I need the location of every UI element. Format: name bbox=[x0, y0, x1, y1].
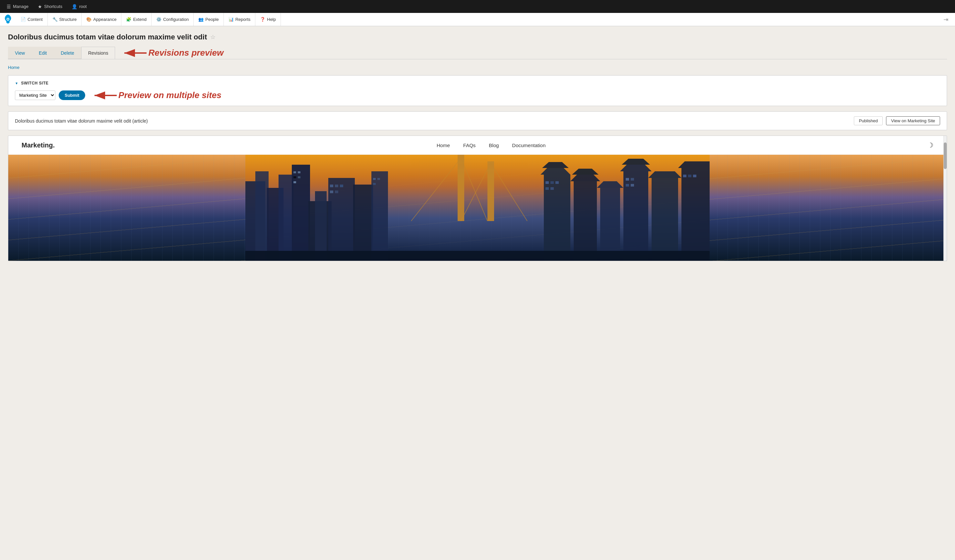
nav-content-label: Content bbox=[28, 17, 43, 22]
switch-site-header: ▼ Switch Site bbox=[15, 81, 940, 86]
tab-edit[interactable]: Edit bbox=[32, 47, 54, 59]
nav-help-label: Help bbox=[267, 17, 276, 22]
content-icon: 📄 bbox=[20, 17, 26, 22]
revisions-arrow-icon bbox=[122, 48, 148, 58]
svg-rect-62 bbox=[688, 175, 691, 177]
shortcuts-menu-item[interactable]: ★ Shortcuts bbox=[34, 0, 66, 13]
user-label: root bbox=[79, 4, 86, 9]
nav-extend-label: Extend bbox=[133, 17, 146, 22]
svg-rect-52 bbox=[545, 181, 549, 184]
svg-rect-48 bbox=[335, 190, 338, 193]
drupal-logo[interactable] bbox=[3, 14, 13, 25]
nav-collapse-button[interactable]: ⇥ bbox=[939, 16, 952, 23]
breadcrumb: Home bbox=[8, 65, 947, 70]
tab-bar: View Edit Delete Revisions bbox=[8, 47, 115, 59]
tab-view[interactable]: View bbox=[8, 47, 32, 59]
svg-rect-16 bbox=[293, 181, 296, 183]
nav-reports[interactable]: 📊 Reports bbox=[224, 13, 256, 26]
nav-appearance[interactable]: 🎨 Appearance bbox=[81, 13, 121, 26]
nav-people-label: People bbox=[205, 17, 219, 22]
preview-nav-blog[interactable]: Blog bbox=[489, 142, 499, 148]
svg-rect-47 bbox=[330, 190, 333, 193]
svg-rect-8 bbox=[255, 171, 269, 261]
svg-rect-49 bbox=[373, 178, 376, 180]
extend-icon: 🧩 bbox=[126, 17, 131, 22]
svg-rect-54 bbox=[556, 181, 559, 184]
svg-rect-22 bbox=[458, 155, 464, 221]
nav-configuration[interactable]: ⚙️ Configuration bbox=[152, 13, 194, 26]
nav-configuration-label: Configuration bbox=[163, 17, 189, 22]
svg-rect-13 bbox=[298, 171, 301, 173]
manage-menu-item[interactable]: ☰ Manage bbox=[3, 0, 33, 13]
preview-nav: Marketing. Home FAQs Blog Documentation … bbox=[8, 136, 947, 155]
nav-people[interactable]: 👥 People bbox=[194, 13, 224, 26]
switch-site-controls-row: Marketing Site Submit Preview on multipl… bbox=[15, 90, 940, 100]
appearance-icon: 🎨 bbox=[86, 17, 92, 22]
svg-rect-11 bbox=[292, 165, 310, 261]
svg-rect-50 bbox=[377, 178, 380, 180]
svg-rect-20 bbox=[353, 184, 373, 261]
user-icon: 👤 bbox=[72, 4, 77, 9]
svg-rect-58 bbox=[631, 178, 634, 181]
svg-rect-43 bbox=[246, 251, 709, 261]
page-title-row: Doloribus ducimus totam vitae dolorum ma… bbox=[8, 33, 947, 41]
preview-nav-home[interactable]: Home bbox=[437, 142, 450, 148]
preview-frame: Marketing. Home FAQs Blog Documentation … bbox=[8, 136, 947, 261]
svg-rect-19 bbox=[328, 178, 355, 261]
preview-nav-links: Home FAQs Blog Documentation bbox=[437, 142, 545, 148]
svg-rect-45 bbox=[335, 184, 338, 187]
switch-site-label: Switch Site bbox=[21, 81, 49, 86]
help-icon: ❓ bbox=[260, 17, 265, 22]
sites-annotation: Preview on multiple sites bbox=[92, 90, 221, 100]
page-content: Doloribus ducimus totam vitae dolorum ma… bbox=[0, 26, 955, 560]
svg-rect-18 bbox=[315, 191, 327, 261]
scrollbar-thumb[interactable] bbox=[944, 142, 947, 169]
nav-help[interactable]: ❓ Help bbox=[255, 13, 281, 26]
tab-revisions[interactable]: Revisions bbox=[81, 47, 115, 59]
svg-rect-46 bbox=[340, 184, 343, 187]
svg-rect-10 bbox=[279, 175, 293, 261]
manage-label: Manage bbox=[13, 4, 28, 9]
main-nav: 📄 Content 🔧 Structure 🎨 Appearance 🧩 Ext… bbox=[0, 13, 955, 26]
sites-annotation-text: Preview on multiple sites bbox=[118, 90, 221, 100]
sites-arrow-icon bbox=[92, 90, 118, 100]
switch-site-controls: Marketing Site Submit bbox=[15, 90, 85, 100]
collapse-icon[interactable]: ▼ bbox=[15, 81, 18, 85]
svg-rect-44 bbox=[330, 184, 333, 187]
preview-nav-documentation[interactable]: Documentation bbox=[512, 142, 545, 148]
svg-point-1 bbox=[7, 18, 9, 20]
preview-site-logo: Marketing. bbox=[22, 142, 55, 149]
user-menu-item[interactable]: 👤 root bbox=[67, 0, 91, 13]
admin-toolbar: ☰ Manage ★ Shortcuts 👤 root bbox=[0, 0, 955, 13]
hamburger-icon: ☰ bbox=[7, 4, 11, 9]
structure-icon: 🔧 bbox=[52, 17, 58, 22]
site-select[interactable]: Marketing Site bbox=[15, 90, 55, 100]
svg-rect-34 bbox=[600, 188, 620, 261]
svg-rect-15 bbox=[298, 176, 301, 178]
nav-items: 📄 Content 🔧 Structure 🎨 Appearance 🧩 Ext… bbox=[16, 13, 939, 26]
breadcrumb-home-link[interactable]: Home bbox=[8, 65, 20, 70]
nav-appearance-label: Appearance bbox=[93, 17, 116, 22]
nav-content[interactable]: 📄 Content bbox=[16, 13, 48, 26]
buildings-svg bbox=[8, 155, 947, 261]
nav-structure[interactable]: 🔧 Structure bbox=[48, 13, 82, 26]
preview-scrollbar[interactable] bbox=[943, 136, 947, 261]
svg-rect-57 bbox=[626, 178, 629, 181]
preview-nav-faqs[interactable]: FAQs bbox=[463, 142, 476, 148]
shortcuts-label: Shortcuts bbox=[44, 4, 62, 9]
svg-rect-55 bbox=[545, 187, 549, 190]
dark-mode-icon[interactable]: ☽ bbox=[927, 141, 933, 149]
svg-rect-31 bbox=[574, 181, 597, 261]
tab-delete[interactable]: Delete bbox=[54, 47, 81, 59]
bookmark-icon[interactable]: ☆ bbox=[210, 33, 216, 41]
nav-structure-label: Structure bbox=[59, 17, 77, 22]
svg-rect-61 bbox=[683, 175, 686, 177]
svg-rect-39 bbox=[651, 178, 678, 261]
star-icon: ★ bbox=[38, 4, 42, 9]
view-on-marketing-site-button[interactable]: View on Marketing Site bbox=[886, 116, 940, 125]
switch-site-box: ▼ Switch Site Marketing Site Submit bbox=[8, 75, 947, 106]
svg-rect-53 bbox=[550, 181, 554, 184]
nav-extend[interactable]: 🧩 Extend bbox=[121, 13, 151, 26]
nav-reports-label: Reports bbox=[235, 17, 251, 22]
submit-button[interactable]: Submit bbox=[59, 90, 85, 100]
